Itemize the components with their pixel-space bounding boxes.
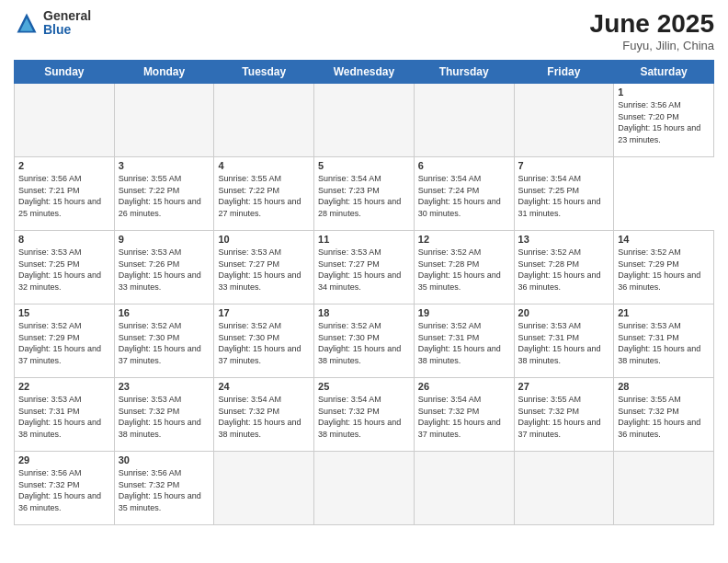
table-row: 15Sunrise: 3:52 AMSunset: 7:29 PMDayligh…: [15, 304, 115, 378]
table-row: 30Sunrise: 3:56 AMSunset: 7:32 PMDayligh…: [114, 452, 214, 525]
table-row: 6Sunrise: 3:54 AMSunset: 7:24 PMDaylight…: [414, 157, 514, 231]
table-row: 8Sunrise: 3:53 AMSunset: 7:25 PMDaylight…: [15, 231, 115, 304]
table-row: 14Sunrise: 3:52 AMSunset: 7:29 PMDayligh…: [614, 231, 714, 304]
table-row: 11Sunrise: 3:53 AMSunset: 7:27 PMDayligh…: [314, 231, 415, 304]
table-row: 17Sunrise: 3:52 AMSunset: 7:30 PMDayligh…: [214, 304, 314, 378]
table-row: [214, 84, 314, 157]
table-row: 12Sunrise: 3:52 AMSunset: 7:28 PMDayligh…: [414, 231, 514, 304]
logo-general: General: [43, 9, 91, 23]
table-row: [314, 84, 415, 157]
table-row: 24Sunrise: 3:54 AMSunset: 7:32 PMDayligh…: [214, 378, 314, 452]
col-monday: Monday: [114, 61, 214, 84]
logo-blue-text: Blue: [43, 23, 91, 37]
table-row: 16Sunrise: 3:52 AMSunset: 7:30 PMDayligh…: [114, 304, 214, 378]
table-row: 13Sunrise: 3:52 AMSunset: 7:28 PMDayligh…: [514, 231, 614, 304]
table-row: [514, 452, 614, 525]
col-tuesday: Tuesday: [214, 61, 314, 84]
month-title: June 2025: [590, 9, 714, 39]
table-row: 21Sunrise: 3:53 AMSunset: 7:31 PMDayligh…: [614, 304, 714, 378]
table-row: 29Sunrise: 3:56 AMSunset: 7:32 PMDayligh…: [15, 452, 115, 525]
title-area: June 2025 Fuyu, Jilin, China: [590, 9, 714, 52]
table-row: [414, 84, 514, 157]
table-row: [614, 452, 714, 525]
table-row: [15, 84, 115, 157]
col-wednesday: Wednesday: [314, 61, 415, 84]
table-row: 23Sunrise: 3:53 AMSunset: 7:32 PMDayligh…: [114, 378, 214, 452]
location: Fuyu, Jilin, China: [590, 39, 714, 52]
table-row: [114, 84, 214, 157]
page-header: General Blue June 2025 Fuyu, Jilin, Chin…: [14, 9, 714, 52]
col-sunday: Sunday: [15, 61, 115, 84]
table-row: 7Sunrise: 3:54 AMSunset: 7:25 PMDaylight…: [514, 157, 614, 231]
table-row: 2Sunrise: 3:56 AMSunset: 7:21 PMDaylight…: [15, 157, 115, 231]
table-row: 26Sunrise: 3:54 AMSunset: 7:32 PMDayligh…: [414, 378, 514, 452]
table-row: [514, 84, 614, 157]
calendar-table: Sunday Monday Tuesday Wednesday Thursday…: [14, 60, 714, 525]
col-thursday: Thursday: [414, 61, 514, 84]
table-row: 20Sunrise: 3:53 AMSunset: 7:31 PMDayligh…: [514, 304, 614, 378]
logo-icon: [14, 10, 40, 36]
table-row: [314, 452, 415, 525]
header-row: Sunday Monday Tuesday Wednesday Thursday…: [15, 61, 714, 84]
table-row: 4Sunrise: 3:55 AMSunset: 7:22 PMDaylight…: [214, 157, 314, 231]
table-row: 25Sunrise: 3:54 AMSunset: 7:32 PMDayligh…: [314, 378, 415, 452]
table-row: 19Sunrise: 3:52 AMSunset: 7:31 PMDayligh…: [414, 304, 514, 378]
table-row: 1Sunrise: 3:56 AMSunset: 7:20 PMDaylight…: [614, 84, 714, 157]
table-row: 3Sunrise: 3:55 AMSunset: 7:22 PMDaylight…: [114, 157, 214, 231]
calendar-page: General Blue June 2025 Fuyu, Jilin, Chin…: [0, 0, 728, 563]
table-row: [214, 452, 314, 525]
table-row: 22Sunrise: 3:53 AMSunset: 7:31 PMDayligh…: [15, 378, 115, 452]
table-row: 27Sunrise: 3:55 AMSunset: 7:32 PMDayligh…: [514, 378, 614, 452]
logo: General Blue: [14, 9, 91, 38]
col-friday: Friday: [514, 61, 614, 84]
table-row: 9Sunrise: 3:53 AMSunset: 7:26 PMDaylight…: [114, 231, 214, 304]
table-row: 10Sunrise: 3:53 AMSunset: 7:27 PMDayligh…: [214, 231, 314, 304]
table-row: [414, 452, 514, 525]
table-row: 18Sunrise: 3:52 AMSunset: 7:30 PMDayligh…: [314, 304, 415, 378]
logo-text: General Blue: [43, 9, 91, 38]
table-row: 28Sunrise: 3:55 AMSunset: 7:32 PMDayligh…: [614, 378, 714, 452]
col-saturday: Saturday: [614, 61, 714, 84]
table-row: 5Sunrise: 3:54 AMSunset: 7:23 PMDaylight…: [314, 157, 415, 231]
